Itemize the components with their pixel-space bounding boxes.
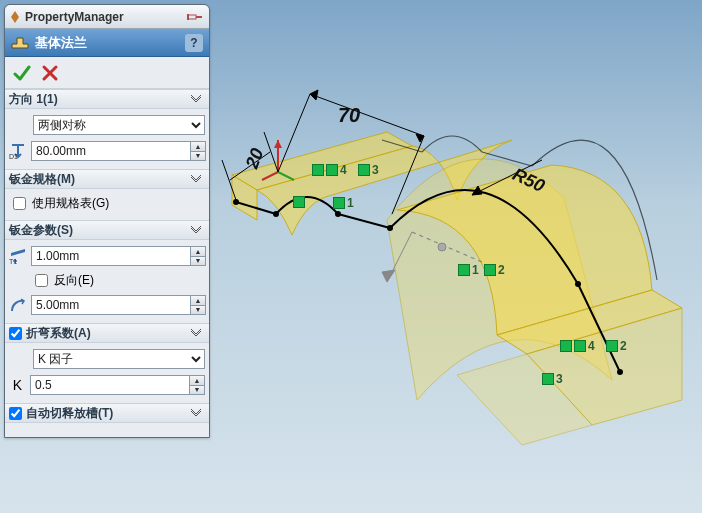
reverse-checkbox[interactable] [35, 274, 48, 287]
sketch-relation-marker[interactable]: 3 [358, 163, 379, 177]
svg-text:D1: D1 [9, 153, 18, 160]
svg-point-20 [335, 211, 341, 217]
property-manager-panel: PropertyManager 基体法兰 ? 方向 1(1) [4, 4, 210, 438]
feature-name-text: 基体法兰 [35, 34, 87, 52]
pm-title-text: PropertyManager [25, 10, 124, 24]
chevron-up-icon [189, 326, 203, 340]
sketch-relation-marker[interactable]: 2 [484, 263, 505, 277]
kfactor-spinner[interactable]: ▲ ▼ [30, 375, 205, 395]
section-body-gauge: 使用规格表(G) [5, 189, 209, 220]
sketch-relation-marker[interactable]: 3 [542, 372, 563, 386]
sketch-relation-marker[interactable]: 1 [458, 263, 479, 277]
pin-icon[interactable] [187, 10, 203, 24]
section-body-direction: 两侧对称 D1 ▲ ▼ [5, 109, 209, 169]
k-symbol: K [9, 377, 26, 393]
thickness-icon: T1 [9, 246, 27, 266]
reverse-row[interactable]: 反向(E) [9, 272, 205, 289]
sketch-relation-marker[interactable]: 4 [312, 163, 347, 177]
section-body-kfactor: K 因子 K ▲ ▼ [5, 343, 209, 403]
section-header-direction[interactable]: 方向 1(1) [5, 89, 209, 109]
help-button[interactable]: ? [185, 34, 203, 52]
thickness-spin-down[interactable]: ▼ [190, 256, 206, 267]
sketch-relation-marker[interactable]: 4 [560, 339, 595, 353]
depth-spin-up[interactable]: ▲ [190, 141, 206, 151]
section-header-relief[interactable]: 自动切释放槽(T) [5, 403, 209, 423]
depth-icon: D1 [9, 141, 27, 161]
svg-point-19 [273, 211, 279, 217]
confirm-bar [5, 57, 209, 89]
pm-title-bar: PropertyManager [5, 5, 209, 29]
feature-name-bar: 基体法兰 ? [5, 29, 209, 57]
radius-spinner[interactable]: ▲ ▼ [31, 295, 206, 315]
radius-spin-up[interactable]: ▲ [190, 295, 206, 305]
pm-logo-icon [11, 11, 19, 23]
section-header-params[interactable]: 钣金参数(S) [5, 220, 209, 240]
svg-point-7 [438, 243, 446, 251]
ok-button[interactable] [13, 64, 31, 82]
thickness-spin-up[interactable]: ▲ [190, 246, 206, 256]
thickness-input[interactable] [31, 246, 190, 266]
use-gauge-table-checkbox[interactable] [13, 197, 26, 210]
base-flange-icon [11, 35, 29, 51]
svg-point-21 [387, 225, 393, 231]
chevron-up-icon [189, 92, 203, 106]
thickness-spinner[interactable]: ▲ ▼ [31, 246, 206, 266]
section-body-relief [5, 423, 209, 437]
section-body-params: T1 ▲ ▼ 反向(E) [5, 240, 209, 323]
viewport-scene[interactable] [212, 0, 702, 513]
kfactor-input[interactable] [30, 375, 189, 395]
use-gauge-table-row[interactable]: 使用规格表(G) [9, 195, 205, 212]
section-header-gauge[interactable]: 钣金规格(M) [5, 169, 209, 189]
sketch-relation-marker[interactable] [293, 196, 305, 208]
section-title-kfactor: 折弯系数(A) [26, 325, 91, 342]
kfactor-method-select[interactable]: K 因子 [33, 349, 205, 369]
svg-rect-2 [187, 14, 189, 20]
bend-radius-icon [9, 295, 27, 315]
kfactor-enable-checkbox[interactable] [9, 327, 22, 340]
depth-input[interactable] [31, 141, 190, 161]
chevron-up-icon [189, 406, 203, 420]
svg-rect-0 [188, 15, 196, 19]
depth-spin-down[interactable]: ▼ [190, 151, 206, 162]
svg-point-18 [233, 199, 239, 205]
sketch-relation-marker[interactable]: 1 [333, 196, 354, 210]
radius-spin-down[interactable]: ▼ [190, 305, 206, 316]
relief-enable-checkbox[interactable] [9, 407, 22, 420]
use-gauge-table-label: 使用规格表(G) [32, 195, 109, 212]
cancel-button[interactable] [41, 64, 59, 82]
svg-line-13 [310, 94, 424, 136]
end-condition-select[interactable]: 两侧对称 [33, 115, 205, 135]
radius-input[interactable] [31, 295, 190, 315]
kfactor-spin-up[interactable]: ▲ [189, 375, 205, 385]
svg-text:T1: T1 [9, 258, 17, 265]
section-title-direction: 方向 1(1) [9, 91, 58, 108]
section-header-kfactor[interactable]: 折弯系数(A) [5, 323, 209, 343]
chevron-up-icon [189, 223, 203, 237]
dimension-70[interactable]: 70 [338, 104, 360, 127]
section-title-gauge: 钣金规格(M) [9, 171, 75, 188]
sketch-relation-marker[interactable]: 2 [606, 339, 627, 353]
svg-point-23 [617, 369, 623, 375]
reverse-label: 反向(E) [54, 272, 94, 289]
kfactor-spin-down[interactable]: ▼ [189, 385, 205, 396]
section-title-relief: 自动切释放槽(T) [26, 405, 113, 422]
section-title-params: 钣金参数(S) [9, 222, 73, 239]
svg-point-22 [575, 281, 581, 287]
chevron-up-icon [189, 172, 203, 186]
depth-spinner[interactable]: ▲ ▼ [31, 141, 206, 161]
